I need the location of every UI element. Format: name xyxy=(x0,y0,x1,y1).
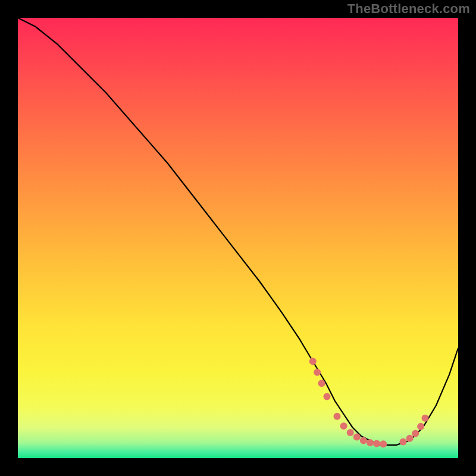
highlight-dot xyxy=(318,380,325,387)
bottleneck-chart xyxy=(18,18,458,458)
highlight-dot xyxy=(373,440,380,447)
highlight-dot xyxy=(334,413,341,420)
highlight-dot xyxy=(323,393,330,400)
chart-frame: TheBottleneck.com xyxy=(0,0,476,476)
highlight-dot xyxy=(347,429,354,436)
highlight-dot xyxy=(314,369,321,376)
highlight-dot xyxy=(360,437,367,444)
highlight-dot xyxy=(353,433,361,440)
highlight-dot xyxy=(340,422,347,430)
highlight-dot xyxy=(380,440,387,447)
highlight-dot xyxy=(309,358,317,365)
highlight-dot xyxy=(422,415,429,422)
highlight-dot xyxy=(406,435,414,442)
gradient-background xyxy=(18,18,458,458)
highlight-dot xyxy=(367,439,374,446)
highlight-dot xyxy=(417,423,424,430)
highlight-dot xyxy=(400,439,407,446)
highlight-dot xyxy=(412,430,419,437)
watermark-text: TheBottleneck.com xyxy=(347,1,470,17)
